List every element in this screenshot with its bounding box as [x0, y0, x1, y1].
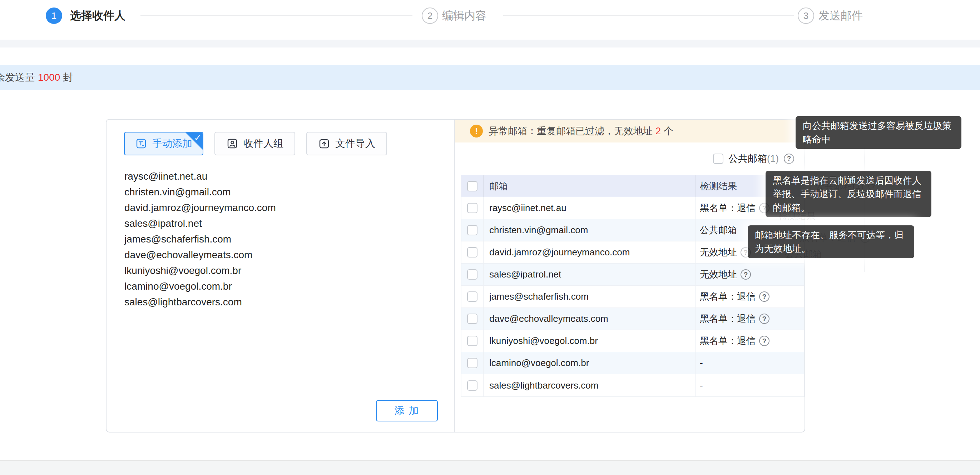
email-input-area[interactable]: raysc@iinet.net.au christen.vin@gmail.co… [124, 168, 432, 310]
table-row: lkuniyoshi@voegol.com.br 黑名单：退信? [461, 330, 804, 352]
tab-label: 文件导入 [335, 137, 375, 150]
row-checkbox[interactable] [467, 225, 477, 235]
email-line: sales@ipatrol.net [124, 216, 432, 232]
help-icon[interactable]: ? [784, 154, 794, 164]
step-connector [140, 15, 412, 16]
select-all-checkbox[interactable] [467, 181, 477, 191]
step-1-label: 选择收件人 [70, 8, 126, 24]
row-checkbox[interactable] [467, 380, 477, 391]
step-3-label: 发送邮件 [818, 8, 863, 24]
email-line: james@schaferfish.com [124, 232, 432, 247]
recipient-card: 手动添加 ✓ 收件人组 文件导入 raysc@i [106, 119, 805, 432]
email-cell: james@schaferfish.com [484, 286, 695, 308]
step-3-circle: 3 [798, 8, 814, 24]
help-icon[interactable]: ? [759, 314, 770, 324]
result-text: 黑名单：退信 [700, 202, 756, 214]
email-line: david.jamroz@journeymanco.com [124, 200, 432, 216]
email-line: raysc@iinet.net.au [124, 168, 432, 184]
email-line: lcamino@voegol.com.br [124, 278, 432, 294]
step-2-circle: 2 [422, 8, 438, 24]
table-row: james@schaferfish.com 黑名单：退信? [461, 286, 804, 308]
public-mailbox-checkbox[interactable] [713, 154, 723, 164]
table-row: dave@echovalleymeats.com 黑名单：退信? [461, 308, 804, 330]
file-import-icon [318, 138, 330, 149]
detection-table: 邮箱 检测结果 raysc@iinet.net.au 黑名单：退信? chris… [461, 175, 805, 397]
warning-text: 异常邮箱：重复邮箱已过滤，无效地址2个 [488, 125, 673, 138]
result-text: - [700, 357, 703, 369]
step-2-label: 编辑内容 [442, 8, 487, 24]
recipient-selection-page: 1 选择收件人 2 编辑内容 3 发送邮件 余发送量1000封 手动添加 ✓ [0, 0, 980, 475]
input-method-tabs: 手动添加 ✓ 收件人组 文件导入 [124, 132, 387, 156]
email-cell: lcamino@voegol.com.br [484, 352, 695, 374]
row-checkbox[interactable] [467, 358, 477, 368]
row-checkbox[interactable] [467, 314, 477, 324]
warning-icon: ! [470, 125, 483, 138]
email-line: lkuniyoshi@voegol.com.br [124, 263, 432, 278]
result-text: 无效地址 [700, 268, 737, 281]
tab-manual-add[interactable]: 手动添加 ✓ [124, 132, 204, 156]
user-group-icon [226, 138, 239, 149]
public-mailbox-filter: 公共邮箱(1) ? [713, 152, 794, 165]
table-row: raysc@iinet.net.au 黑名单：退信? [461, 197, 804, 219]
tab-label: 收件人组 [243, 137, 283, 150]
step-connector [503, 15, 794, 16]
table-row: lcamino@voegol.com.br - [461, 352, 804, 374]
public-mailbox-label: 公共邮箱(1) [729, 152, 779, 165]
check-icon: ✓ [194, 133, 201, 143]
stepper: 1 选择收件人 2 编辑内容 3 发送邮件 [0, 0, 980, 36]
email-cell: sales@lightbarcovers.com [484, 374, 695, 396]
help-icon[interactable]: ? [759, 336, 770, 346]
row-checkbox[interactable] [467, 247, 477, 257]
quota-text: 余发送量1000封 [0, 71, 73, 84]
email-column-header: 邮箱 [484, 175, 695, 197]
table-row: sales@lightbarcovers.com - [461, 374, 804, 396]
result-text: 黑名单：退信 [700, 335, 756, 347]
email-cell: christen.vin@gmail.com [484, 219, 695, 241]
quota-banner: 余发送量1000封 [0, 65, 980, 90]
abnormal-warning-bar: ! 异常邮箱：重复邮箱已过滤，无效地址2个 [455, 120, 805, 143]
text-input-icon [135, 138, 147, 149]
row-checkbox[interactable] [467, 291, 477, 302]
invalid-count: 2 [655, 126, 661, 137]
email-cell: sales@ipatrol.net [484, 264, 695, 285]
step-1-circle: 1 [46, 8, 62, 24]
quota-amount: 1000 [38, 72, 60, 83]
email-line: sales@lightbarcovers.com [124, 294, 432, 310]
help-icon[interactable]: ? [759, 291, 770, 302]
result-text: 公共邮箱 [700, 224, 737, 237]
section-divider-strip [0, 40, 980, 48]
page-footer-strip [0, 460, 980, 475]
email-cell: david.jamroz@journeymanco.com [484, 241, 695, 263]
email-cell: raysc@iinet.net.au [484, 197, 695, 219]
tooltip-public-mailbox: 向公共邮箱发送过多容易被反垃圾策略命中 [795, 116, 961, 149]
tab-file-import[interactable]: 文件导入 [306, 132, 387, 156]
add-button[interactable]: 添 加 [376, 400, 438, 421]
table-row: sales@ipatrol.net 无效地址? [461, 264, 804, 286]
row-checkbox[interactable] [467, 269, 477, 280]
tab-recipient-group[interactable]: 收件人组 [215, 132, 295, 156]
panel-divider [454, 120, 455, 432]
table-header-row: 邮箱 检测结果 [461, 175, 804, 197]
row-checkbox[interactable] [467, 336, 477, 346]
help-icon[interactable]: ? [741, 269, 751, 280]
result-text: 黑名单：退信 [700, 313, 756, 325]
row-checkbox[interactable] [467, 203, 477, 213]
tooltip-blacklist: 黑名单是指在云邮通发送后因收件人举报、手动退订、反垃圾邮件而退信的邮箱。 [765, 171, 931, 217]
result-text: 无效地址 [700, 246, 737, 259]
email-line: christen.vin@gmail.com [124, 184, 432, 200]
email-cell: lkuniyoshi@voegol.com.br [484, 330, 695, 352]
email-line: dave@echovalleymeats.com [124, 247, 432, 263]
result-text: 黑名单：退信 [700, 290, 756, 303]
tooltip-invalid-address: 邮箱地址不存在、服务不可达等，归为无效地址。 [748, 226, 914, 258]
email-cell: dave@echovalleymeats.com [484, 308, 695, 330]
result-text: - [700, 380, 703, 391]
